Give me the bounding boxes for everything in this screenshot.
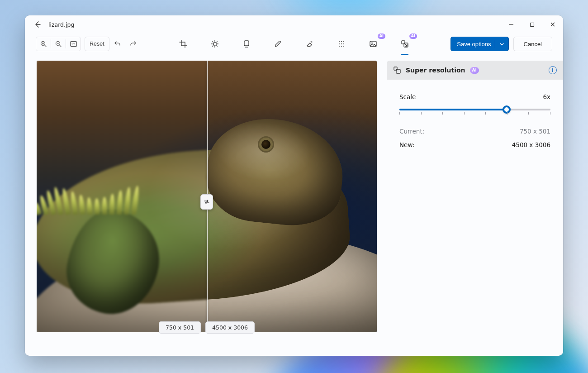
maximize-button[interactable] (522, 15, 542, 33)
svg-point-15 (341, 46, 342, 47)
filename-label: lizard.jpg (48, 21, 74, 28)
zoom-group: 1:1 Reset (36, 37, 140, 51)
undo-button[interactable] (110, 37, 125, 51)
redo-button[interactable] (126, 37, 140, 51)
info-button[interactable]: i (549, 66, 557, 74)
crop-icon (179, 40, 187, 48)
photos-editor-window: lizard.jpg (25, 15, 563, 356)
blur-icon (337, 40, 346, 48)
chevron-down-icon (495, 40, 504, 48)
comparison-handle[interactable] (200, 194, 213, 210)
generative-edit-tool[interactable]: AI (365, 36, 381, 52)
svg-rect-21 (394, 67, 397, 70)
reset-label: Reset (90, 41, 104, 47)
svg-point-12 (341, 43, 342, 44)
crop-tool[interactable] (175, 36, 191, 52)
svg-point-11 (339, 43, 340, 44)
save-options-label: Save options (457, 41, 491, 48)
svg-point-7 (312, 42, 313, 43)
edit-tools: AI AI (175, 36, 413, 52)
panel-body: Scale 6x Current: 750 x 501 New: 4500 x … (387, 80, 563, 148)
zoom-in-icon (40, 40, 47, 48)
ai-badge: AI (378, 33, 385, 39)
minimize-button[interactable] (501, 15, 522, 33)
toolbar: 1:1 Reset (25, 33, 563, 57)
cancel-label: Cancel (524, 41, 542, 48)
filter-tool[interactable] (239, 36, 254, 52)
comparison-view[interactable] (37, 61, 377, 332)
cancel-button[interactable]: Cancel (513, 37, 552, 51)
new-value: 4500 x 3006 (512, 141, 550, 148)
svg-point-18 (371, 43, 373, 44)
image-lizard-eye (261, 140, 270, 149)
close-icon (550, 22, 555, 27)
back-button[interactable] (31, 18, 44, 31)
svg-point-16 (343, 46, 344, 47)
action-group: Save options Cancel (450, 37, 552, 51)
image-stage: 750 x 501 4500 x 3006 (37, 61, 377, 341)
svg-rect-0 (530, 23, 534, 26)
editor-main: 750 x 501 4500 x 3006 Super resolution A… (25, 57, 563, 356)
image-ai-icon (369, 40, 377, 48)
svg-rect-19 (402, 41, 405, 44)
svg-point-13 (343, 43, 344, 44)
slider-fill (399, 109, 507, 110)
maximize-icon (530, 22, 535, 27)
super-resolution-icon (393, 66, 401, 74)
svg-text:1:1: 1:1 (71, 43, 76, 46)
new-row: New: 4500 x 3006 (399, 141, 550, 148)
brightness-icon (211, 40, 219, 48)
window-controls (501, 15, 563, 33)
ai-badge: AI (409, 33, 417, 39)
adjust-tool[interactable] (207, 36, 223, 52)
scale-row: Scale 6x (399, 93, 550, 100)
size-badges: 750 x 501 4500 x 3006 (37, 321, 377, 334)
arrow-left-icon (34, 21, 41, 28)
new-size-badge: 4500 x 3006 (205, 321, 255, 334)
zoom-fit-button[interactable]: 1:1 (66, 37, 81, 51)
zoom-out-button[interactable] (51, 37, 66, 51)
pen-icon (274, 40, 282, 48)
save-options-button[interactable]: Save options (450, 37, 508, 51)
svg-point-9 (341, 41, 342, 42)
current-row: Current: 750 x 501 (399, 128, 550, 135)
scale-slider[interactable] (399, 106, 550, 117)
fit-icon: 1:1 (70, 41, 77, 47)
swap-horizontal-icon (203, 198, 210, 206)
svg-rect-6 (244, 41, 249, 46)
scale-value: 6x (543, 93, 550, 100)
super-resolution-panel: Super resolution AI i Scale 6x Current: … (387, 61, 563, 349)
panel-header: Super resolution AI i (387, 61, 563, 80)
current-value: 750 x 501 (520, 128, 550, 135)
close-button[interactable] (542, 15, 563, 33)
slider-ticks (399, 112, 550, 115)
undo-icon (114, 40, 121, 48)
super-resolution-tool[interactable]: AI (397, 36, 413, 52)
minimize-icon (508, 22, 514, 27)
reset-button[interactable]: Reset (85, 37, 109, 51)
erase-icon (306, 40, 314, 48)
background-blur-tool[interactable] (334, 36, 349, 52)
ai-badge: AI (470, 67, 479, 74)
scale-label: Scale (399, 93, 416, 100)
svg-rect-17 (370, 41, 376, 47)
svg-point-14 (339, 46, 340, 47)
super-resolution-icon (401, 40, 409, 48)
zoom-out-icon (55, 40, 62, 48)
original-side-overlay (37, 61, 207, 332)
erase-tool[interactable] (302, 36, 318, 52)
markup-tool[interactable] (270, 36, 286, 52)
svg-point-10 (343, 41, 344, 42)
original-size-badge: 750 x 501 (159, 321, 201, 334)
panel-title: Super resolution (406, 67, 465, 74)
svg-point-5 (213, 43, 216, 45)
svg-point-8 (339, 41, 340, 42)
filter-icon (243, 40, 250, 48)
redo-icon (129, 40, 137, 48)
zoom-in-button[interactable] (36, 37, 51, 51)
titlebar: lizard.jpg (25, 15, 563, 33)
new-label: New: (399, 141, 414, 148)
current-label: Current: (399, 128, 424, 135)
